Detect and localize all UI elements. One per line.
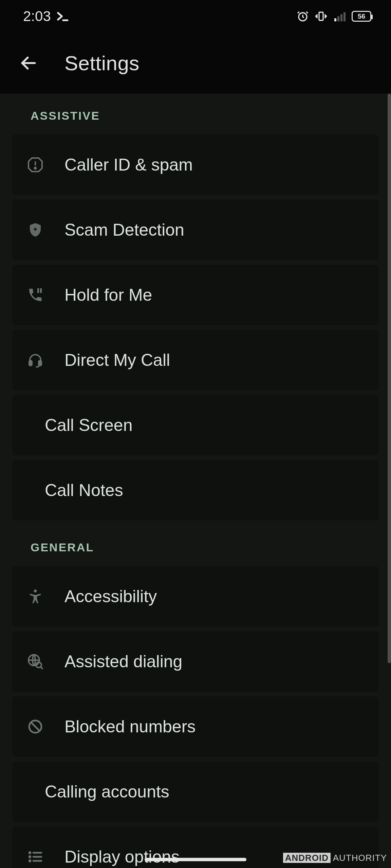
block-icon [26,717,45,736]
item-assisted-dialing[interactable]: Assisted dialing [12,631,379,692]
section-header-general: GENERAL [12,525,379,566]
svg-rect-6 [343,12,346,21]
alert-octagon-icon [26,155,45,174]
page-title: Settings [64,52,139,75]
svg-rect-12 [40,288,42,293]
watermark-rest: AUTHORITY [331,853,387,863]
item-direct-my-call[interactable]: Direct My Call [12,330,379,390]
item-label: Accessibility [64,587,157,606]
item-label: Display options [64,847,180,867]
item-label: Call Screen [45,415,132,435]
item-caller-id-spam[interactable]: Caller ID & spam [12,135,379,195]
svg-point-22 [29,856,31,857]
item-hold-for-me[interactable]: Hold for Me [12,265,379,325]
item-blocked-numbers[interactable]: Blocked numbers [12,696,379,757]
svg-rect-13 [29,361,32,366]
terminal-icon [56,9,69,23]
item-scam-detection[interactable]: Scam Detection [12,200,379,260]
settings-content: ASSISTIVE Caller ID & spam Scam Detectio… [0,94,391,868]
vibrate-icon [315,10,327,22]
list-icon [26,847,45,866]
signal-icon [333,10,346,22]
item-label: Hold for Me [64,285,152,305]
status-time: 2:03 [23,8,51,24]
svg-line-19 [31,722,40,731]
svg-rect-11 [37,288,39,293]
item-label: Calling accounts [45,782,169,802]
watermark: ANDROID AUTHORITY [283,853,387,863]
svg-point-10 [35,167,36,169]
item-label: Caller ID & spam [64,155,193,175]
scrollbar[interactable] [388,94,391,663]
accessibility-icon [26,587,45,606]
svg-rect-2 [319,12,323,20]
battery-level: 56 [358,13,365,20]
item-accessibility[interactable]: Accessibility [12,566,379,627]
phone-pause-icon [26,285,45,304]
svg-rect-3 [334,18,336,21]
item-label: Blocked numbers [64,717,196,736]
arrow-left-icon [19,54,38,73]
globe-search-icon [26,652,45,671]
section-header-assistive: ASSISTIVE [12,94,379,135]
svg-rect-5 [340,14,342,21]
item-call-notes[interactable]: Call Notes [12,460,379,520]
svg-rect-14 [39,361,41,366]
item-call-screen[interactable]: Call Screen [12,395,379,455]
item-label: Scam Detection [64,220,184,240]
headset-icon [26,351,45,370]
nav-handle[interactable] [145,858,246,861]
svg-rect-4 [337,16,339,21]
svg-point-20 [29,852,31,853]
back-button[interactable] [16,51,41,75]
svg-point-24 [29,860,31,862]
svg-point-15 [34,590,37,593]
shield-sparkle-icon [26,220,45,239]
item-label: Call Notes [45,480,123,500]
item-label: Assisted dialing [64,652,182,671]
watermark-boxed: ANDROID [283,853,331,863]
alarm-icon [297,10,309,22]
item-calling-accounts[interactable]: Calling accounts [12,762,379,822]
app-bar: Settings [0,33,391,94]
battery-icon: 56 [352,11,371,22]
item-label: Direct My Call [64,350,170,370]
status-bar: 2:03 56 [0,0,391,33]
